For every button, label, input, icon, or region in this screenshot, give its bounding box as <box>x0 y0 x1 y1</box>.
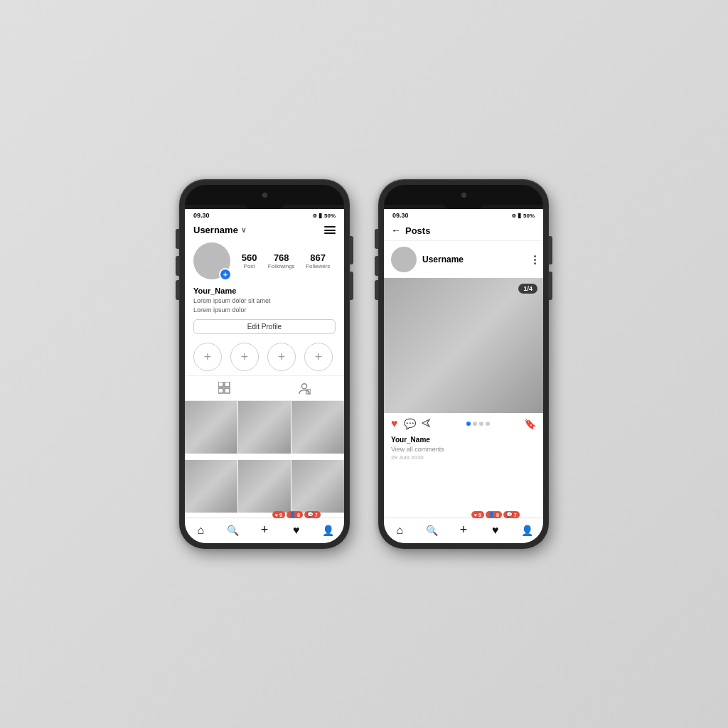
post-avatar[interactable] <box>391 247 417 272</box>
post-actions: ♥ 💬 🔖 <box>384 413 543 434</box>
bio-line-2: Lorem ipsum dolor <box>193 306 336 315</box>
followers-count: 867 <box>310 252 326 263</box>
nav-add-2[interactable]: + <box>448 523 480 537</box>
dot-2 <box>473 422 477 426</box>
comment-count-1: 7 <box>315 513 318 518</box>
comment-badge-2: 💬 7 <box>503 511 520 518</box>
wifi-icon-2 <box>512 212 515 219</box>
share-button[interactable] <box>422 418 433 430</box>
profile-bio: Lorem ipsum dolor sit amet Lorem ipsum d… <box>185 296 344 315</box>
grid-cell-2[interactable] <box>238 401 291 454</box>
comment-badge-1: 💬 7 <box>304 511 321 518</box>
post-counter: 1/4 <box>518 284 537 294</box>
nav-profile-2[interactable]: 👤 <box>511 523 543 537</box>
posts-title: Posts <box>405 225 430 236</box>
nav-search-2[interactable]: 🔍 <box>416 523 448 537</box>
back-button[interactable]: ← <box>391 225 401 236</box>
comment-count-2: 7 <box>514 513 517 518</box>
nav-heart-2[interactable]: ♥ 9 👤 8 💬 7 ♥ <box>479 523 511 537</box>
avatar-wrap[interactable]: + <box>193 242 230 279</box>
heart-icon-2: ♥ <box>492 524 499 537</box>
status-bar-2: 09.30 50% <box>384 209 543 220</box>
slide-indicators <box>439 422 519 426</box>
username-top[interactable]: Username ∨ <box>193 225 246 235</box>
profile-icon-1: 👤 <box>322 525 334 536</box>
profile-display-name: Your_Name <box>185 284 344 296</box>
svg-rect-1 <box>225 382 230 387</box>
bio-line-1: Lorem ipsum dolor sit amet <box>193 296 336 306</box>
status-icons-2: 50% <box>512 212 535 219</box>
nav-heart-1[interactable]: ♥ 9 👤 8 💬 7 ♥ <box>280 523 312 537</box>
svg-point-4 <box>301 384 306 389</box>
add-icon-1: + <box>261 523 269 537</box>
stat-followers: 867 Follewers <box>306 252 330 269</box>
profile-icon-2: 👤 <box>521 525 533 536</box>
photo-grid <box>185 401 344 518</box>
tab-grid[interactable] <box>185 376 264 400</box>
tab-bar-profile: ⊕ <box>185 375 344 401</box>
add-icon-2: + <box>460 523 468 537</box>
phone-1: 09.30 50% Username ∨ <box>179 179 350 549</box>
like-badge-1: ♥ 9 <box>272 511 285 518</box>
grid-cell-4[interactable] <box>185 460 237 513</box>
hamburger-menu-icon[interactable] <box>324 226 336 234</box>
grid-cell-6[interactable] <box>291 460 344 513</box>
wifi-icon-1 <box>313 212 316 219</box>
bookmark-button[interactable]: 🔖 <box>524 418 536 429</box>
view-comments[interactable]: View all comments <box>384 445 543 454</box>
comment-icon-badge-2: 💬 <box>506 512 513 518</box>
followers-label: Follewers <box>306 263 330 269</box>
nav-profile-1[interactable]: 👤 <box>312 523 344 537</box>
grid-cell-3[interactable] <box>291 401 344 454</box>
camera-dot-1 <box>262 193 267 198</box>
follow-badge-1: 👤 8 <box>287 511 303 518</box>
more-options-button[interactable] <box>534 255 536 264</box>
nav-home-1[interactable]: ⌂ <box>185 523 217 537</box>
search-icon-2: 🔍 <box>426 525 438 536</box>
story-add-3[interactable]: + <box>267 343 296 371</box>
person-tag-icon: ⊕ <box>298 382 311 395</box>
like-icon-badge-2: ♥ <box>474 513 477 518</box>
notch-bar-1 <box>185 185 344 205</box>
post-caption: Your_Name <box>384 434 543 445</box>
stats-group: 560 Post 768 Followings 867 Follewers <box>236 252 336 269</box>
camera-dot-2 <box>461 193 466 198</box>
story-add-2[interactable]: + <box>230 343 259 371</box>
story-add-4[interactable]: + <box>304 343 333 371</box>
screen-2: 09.30 50% ← Posts Username <box>384 209 543 543</box>
posts-count: 560 <box>242 252 257 263</box>
notif-group-2: ♥ 9 👤 8 💬 7 <box>471 511 520 518</box>
share-icon <box>422 418 433 428</box>
like-button[interactable]: ♥ <box>391 417 398 430</box>
time-2: 09.30 <box>392 212 409 219</box>
notif-group-1: ♥ 9 👤 8 💬 7 <box>272 511 321 518</box>
phone-2: 09.30 50% ← Posts Username <box>378 179 549 549</box>
tab-tagged[interactable]: ⊕ <box>264 376 344 400</box>
nav-home-2[interactable]: ⌂ <box>384 523 416 537</box>
post-image: 1/4 <box>384 278 543 413</box>
status-bar-1: 09.30 50% <box>185 209 344 220</box>
phone-2-inner: 09.30 50% ← Posts Username <box>384 185 543 543</box>
profile-header: Username ∨ <box>185 220 344 238</box>
like-count-1: 9 <box>279 513 282 518</box>
nav-search-1[interactable]: 🔍 <box>217 523 249 537</box>
follow-icon-badge-2: 👤 <box>488 512 495 518</box>
like-count-2: 9 <box>478 513 481 518</box>
comment-button[interactable]: 💬 <box>404 418 416 429</box>
add-story-button[interactable]: + <box>219 268 232 281</box>
grid-icon <box>218 382 231 395</box>
grid-cell-1[interactable] <box>185 401 237 454</box>
stories-row: + + + + <box>185 338 344 375</box>
edit-profile-button[interactable]: Edit Profile <box>193 319 336 334</box>
grid-cell-5[interactable] <box>238 460 291 513</box>
username-label: Username <box>193 225 238 235</box>
home-icon-2: ⌂ <box>397 524 404 537</box>
screen-1: 09.30 50% Username ∨ <box>185 209 344 543</box>
post-username: Username <box>422 255 528 264</box>
battery-pct-1: 50% <box>324 213 336 219</box>
follow-count-1: 8 <box>297 513 300 518</box>
dot-4 <box>486 422 490 426</box>
nav-add-1[interactable]: + <box>249 523 281 537</box>
like-icon-badge: ♥ <box>275 513 278 518</box>
story-add-1[interactable]: + <box>193 343 222 371</box>
